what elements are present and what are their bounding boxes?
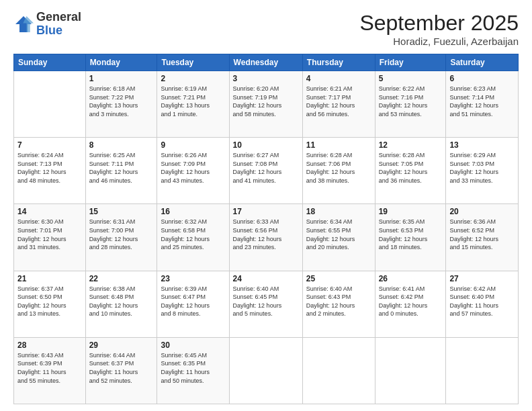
- calendar-cell: 24Sunrise: 6:40 AM Sunset: 6:45 PM Dayli…: [229, 271, 302, 337]
- day-number: 18: [306, 207, 371, 216]
- day-info: Sunrise: 6:28 AM Sunset: 7:05 PM Dayligh…: [379, 151, 443, 185]
- calendar-cell: 14Sunrise: 6:30 AM Sunset: 7:01 PM Dayli…: [14, 204, 86, 271]
- day-number: 23: [161, 274, 225, 283]
- day-info: Sunrise: 6:36 AM Sunset: 6:52 PM Dayligh…: [449, 218, 515, 251]
- calendar-cell: 2Sunrise: 6:19 AM Sunset: 7:21 PM Daylig…: [157, 71, 229, 138]
- day-number: 3: [233, 74, 299, 83]
- calendar-week-5: 28Sunrise: 6:43 AM Sunset: 6:39 PM Dayli…: [14, 337, 519, 404]
- calendar-cell: [14, 71, 86, 138]
- day-number: 10: [233, 140, 299, 150]
- header-thursday: Thursday: [302, 54, 375, 71]
- day-info: Sunrise: 6:29 AM Sunset: 7:03 PM Dayligh…: [449, 151, 515, 185]
- day-number: 17: [233, 207, 299, 216]
- day-info: Sunrise: 6:19 AM Sunset: 7:21 PM Dayligh…: [161, 85, 225, 118]
- day-info: Sunrise: 6:42 AM Sunset: 6:40 PM Dayligh…: [449, 285, 515, 318]
- calendar-cell: 10Sunrise: 6:27 AM Sunset: 7:08 PM Dayli…: [229, 138, 302, 204]
- calendar-table: SundayMondayTuesdayWednesdayThursdayFrid…: [13, 54, 519, 404]
- day-number: 14: [17, 207, 82, 216]
- calendar-cell: 4Sunrise: 6:21 AM Sunset: 7:17 PM Daylig…: [302, 71, 375, 138]
- calendar-cell: 21Sunrise: 6:37 AM Sunset: 6:50 PM Dayli…: [14, 271, 86, 337]
- day-info: Sunrise: 6:41 AM Sunset: 6:42 PM Dayligh…: [379, 285, 443, 318]
- logo-icon: [13, 14, 34, 34]
- day-number: 5: [379, 74, 443, 83]
- title-block: September 2025 Horadiz, Fuezuli, Azerbai…: [359, 11, 519, 47]
- header-wednesday: Wednesday: [229, 54, 302, 71]
- calendar-header-row: SundayMondayTuesdayWednesdayThursdayFrid…: [14, 54, 519, 71]
- calendar-cell: [229, 337, 302, 404]
- day-number: 6: [449, 74, 515, 83]
- day-number: 29: [89, 340, 154, 350]
- logo-blue: Blue: [36, 24, 81, 38]
- day-number: 1: [89, 74, 154, 83]
- header-tuesday: Tuesday: [157, 54, 229, 71]
- calendar-cell: 18Sunrise: 6:34 AM Sunset: 6:55 PM Dayli…: [302, 204, 375, 271]
- day-info: Sunrise: 6:28 AM Sunset: 7:06 PM Dayligh…: [306, 151, 371, 185]
- header-monday: Monday: [85, 54, 157, 71]
- day-number: 2: [161, 74, 225, 83]
- calendar-cell: 19Sunrise: 6:35 AM Sunset: 6:53 PM Dayli…: [375, 204, 446, 271]
- day-info: Sunrise: 6:40 AM Sunset: 6:43 PM Dayligh…: [306, 285, 371, 318]
- calendar-cell: 3Sunrise: 6:20 AM Sunset: 7:19 PM Daylig…: [229, 71, 302, 138]
- calendar-cell: [302, 337, 375, 404]
- day-info: Sunrise: 6:39 AM Sunset: 6:47 PM Dayligh…: [161, 285, 225, 318]
- day-number: 9: [161, 140, 225, 150]
- calendar-cell: 20Sunrise: 6:36 AM Sunset: 6:52 PM Dayli…: [446, 204, 519, 271]
- day-info: Sunrise: 6:20 AM Sunset: 7:19 PM Dayligh…: [233, 85, 299, 118]
- day-number: 11: [306, 140, 371, 150]
- day-number: 8: [89, 140, 154, 150]
- day-number: 25: [306, 274, 371, 283]
- day-info: Sunrise: 6:45 AM Sunset: 6:35 PM Dayligh…: [161, 351, 225, 385]
- day-number: 7: [17, 140, 82, 150]
- logo-text: General Blue: [36, 11, 81, 38]
- day-number: 20: [449, 207, 515, 216]
- day-info: Sunrise: 6:26 AM Sunset: 7:09 PM Dayligh…: [161, 151, 225, 185]
- day-info: Sunrise: 6:37 AM Sunset: 6:50 PM Dayligh…: [17, 285, 82, 318]
- location: Horadiz, Fuezuli, Azerbaijan: [359, 36, 519, 47]
- calendar-week-3: 14Sunrise: 6:30 AM Sunset: 7:01 PM Dayli…: [14, 204, 519, 271]
- calendar-cell: 6Sunrise: 6:23 AM Sunset: 7:14 PM Daylig…: [446, 71, 519, 138]
- day-info: Sunrise: 6:25 AM Sunset: 7:11 PM Dayligh…: [89, 151, 154, 185]
- day-number: 19: [379, 207, 443, 216]
- calendar-cell: 25Sunrise: 6:40 AM Sunset: 6:43 PM Dayli…: [302, 271, 375, 337]
- day-number: 21: [17, 274, 82, 283]
- day-info: Sunrise: 6:24 AM Sunset: 7:13 PM Dayligh…: [17, 151, 82, 185]
- calendar-cell: 17Sunrise: 6:33 AM Sunset: 6:56 PM Dayli…: [229, 204, 302, 271]
- day-info: Sunrise: 6:44 AM Sunset: 6:37 PM Dayligh…: [89, 351, 154, 385]
- calendar-cell: 5Sunrise: 6:22 AM Sunset: 7:16 PM Daylig…: [375, 71, 446, 138]
- calendar-cell: 29Sunrise: 6:44 AM Sunset: 6:37 PM Dayli…: [85, 337, 157, 404]
- header: General Blue September 2025 Horadiz, Fue…: [13, 11, 519, 47]
- day-number: 27: [449, 274, 515, 283]
- day-number: 15: [89, 207, 154, 216]
- day-info: Sunrise: 6:40 AM Sunset: 6:45 PM Dayligh…: [233, 285, 299, 318]
- header-sunday: Sunday: [14, 54, 86, 71]
- calendar-week-4: 21Sunrise: 6:37 AM Sunset: 6:50 PM Dayli…: [14, 271, 519, 337]
- calendar-cell: 11Sunrise: 6:28 AM Sunset: 7:06 PM Dayli…: [302, 138, 375, 204]
- day-number: 24: [233, 274, 299, 283]
- header-friday: Friday: [375, 54, 446, 71]
- calendar-cell: 12Sunrise: 6:28 AM Sunset: 7:05 PM Dayli…: [375, 138, 446, 204]
- calendar-week-1: 1Sunrise: 6:18 AM Sunset: 7:22 PM Daylig…: [14, 71, 519, 138]
- calendar-cell: 13Sunrise: 6:29 AM Sunset: 7:03 PM Dayli…: [446, 138, 519, 204]
- calendar-cell: 7Sunrise: 6:24 AM Sunset: 7:13 PM Daylig…: [14, 138, 86, 204]
- logo: General Blue: [13, 11, 81, 38]
- day-info: Sunrise: 6:30 AM Sunset: 7:01 PM Dayligh…: [17, 218, 82, 251]
- day-info: Sunrise: 6:34 AM Sunset: 6:55 PM Dayligh…: [306, 218, 371, 251]
- day-info: Sunrise: 6:18 AM Sunset: 7:22 PM Dayligh…: [89, 85, 154, 118]
- day-number: 30: [161, 340, 225, 350]
- calendar-cell: 26Sunrise: 6:41 AM Sunset: 6:42 PM Dayli…: [375, 271, 446, 337]
- day-number: 28: [17, 340, 82, 350]
- calendar-cell: 27Sunrise: 6:42 AM Sunset: 6:40 PM Dayli…: [446, 271, 519, 337]
- day-number: 4: [306, 74, 371, 83]
- calendar-cell: 8Sunrise: 6:25 AM Sunset: 7:11 PM Daylig…: [85, 138, 157, 204]
- day-number: 22: [89, 274, 154, 283]
- header-saturday: Saturday: [446, 54, 519, 71]
- day-number: 26: [379, 274, 443, 283]
- calendar-cell: 30Sunrise: 6:45 AM Sunset: 6:35 PM Dayli…: [157, 337, 229, 404]
- page-container: General Blue September 2025 Horadiz, Fue…: [0, 0, 532, 411]
- day-info: Sunrise: 6:38 AM Sunset: 6:48 PM Dayligh…: [89, 285, 154, 318]
- calendar-cell: [375, 337, 446, 404]
- calendar-cell: 28Sunrise: 6:43 AM Sunset: 6:39 PM Dayli…: [14, 337, 86, 404]
- calendar-cell: 22Sunrise: 6:38 AM Sunset: 6:48 PM Dayli…: [85, 271, 157, 337]
- calendar-cell: 1Sunrise: 6:18 AM Sunset: 7:22 PM Daylig…: [85, 71, 157, 138]
- calendar-cell: 23Sunrise: 6:39 AM Sunset: 6:47 PM Dayli…: [157, 271, 229, 337]
